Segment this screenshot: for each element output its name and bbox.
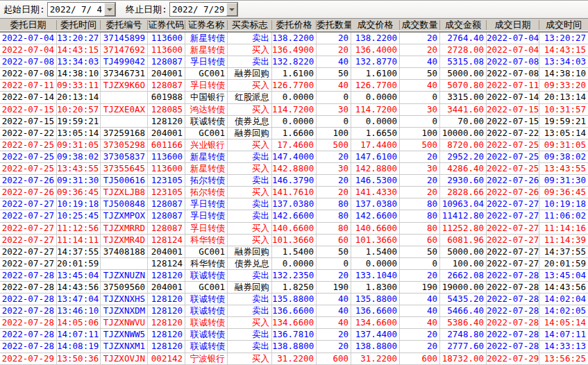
cell-security-name: 中国银行 [185,92,228,103]
cell-order-time: 09:36:45 [57,187,101,198]
table-row[interactable]: 2022-07-1109:33:11TJZX9K6O128087孚日转债买入12… [0,80,588,92]
table-row[interactable]: 2022-07-2913:50:36TJZXOVJN002142宁波银行买入31… [0,353,588,365]
start-date-field[interactable]: 2022/ 7/ 4 [47,2,116,17]
table-row[interactable]: 2022-07-1519:59:21128120联诚转债债券兑息0.000000… [0,116,588,128]
cell-security-code: 601988 [148,92,185,103]
cell-side-flag: 卖出 [228,305,272,316]
table-row[interactable]: 2022-07-2814:07:11TJZXNWW5128120联诚转债卖出13… [0,329,588,341]
end-date-field[interactable]: 2022/ 7/29 [169,2,238,17]
table-row[interactable]: 2022-07-2720:01:59128124科华转债债券兑息0.000000… [0,258,588,270]
column-header-order-date[interactable]: 委托日期 [0,20,57,30]
column-header-order-no[interactable]: 委托编号 [101,20,148,30]
cell-fill-price: 141.4330 [351,187,400,198]
cell-order-no: TJZXE0AX [101,104,148,115]
end-date-dropdown-button[interactable] [226,3,237,16]
cell-side-flag: 卖出 [228,56,272,67]
cell-fill-amount: 4286.40 [440,163,487,174]
cell-order-no [101,258,148,269]
cell-order-no: TJZXNXDM [101,305,148,316]
table-row[interactable]: 2022-07-2213:05:1437259168204001GC001融券回… [0,128,588,139]
end-date-value[interactable]: 2022/ 7/29 [170,3,226,16]
cell-order-date: 2022-07-27 [0,223,57,234]
column-header-order-qty[interactable]: 委托数量 [317,20,351,30]
table-row[interactable]: 2022-07-2710:25:45TJZXMPOX128087孚日转债卖出14… [0,210,588,222]
column-header-fill-qty[interactable]: 成交数量 [400,20,440,30]
cell-fill-time: 14:07:11 [539,329,588,340]
cell-side-flag: 债券兑息 [228,116,272,127]
cell-order-price: 0.0000 [272,92,317,103]
table-row[interactable]: 2022-07-2513:43:5537355645113600新星转债买入14… [0,163,588,175]
cell-side-flag: 卖出 [228,294,272,305]
cell-security-code: 128087 [148,198,185,210]
cell-order-qty: 40 [317,317,351,328]
cell-fill-time: 13:56:25 [539,353,588,364]
column-header-fill-amount[interactable]: 成交金额 [440,20,487,30]
table-row[interactable]: 2022-07-1510:20:57TJZXE0AX128085鸿达转债买入11… [0,104,588,116]
cell-order-date: 2022-07-11 [0,80,57,91]
column-header-fill-price[interactable]: 成交价格 [351,20,400,30]
column-header-security-name[interactable]: 证券名称 [185,20,228,30]
cell-order-time: 09:31:05 [57,139,101,151]
cell-side-flag: 卖出 [228,151,272,162]
table-row[interactable]: 2022-07-2814:08:19TJZXNXM1128120联诚转债卖出13… [0,341,588,353]
start-date-value[interactable]: 2022/ 7/ 4 [48,3,104,16]
table-row[interactable]: 2022-07-2509:38:0237305837113600新星转债卖出14… [0,151,588,163]
cell-fill-qty: 20 [400,44,440,56]
cell-fill-qty: 20 [400,187,440,198]
cell-security-name: 联诚转债 [185,116,228,127]
cell-fill-amount: 2662.08 [440,270,487,281]
cell-order-date: 2022-07-04 [0,33,57,44]
table-row[interactable]: 2022-07-2813:47:04TJZXNXHS128120联诚转债卖出13… [0,294,588,305]
table-row[interactable]: 2022-07-2714:37:5537408188204001GC001融券回… [0,246,588,258]
cell-security-code: 128120 [148,329,185,340]
cell-security-code: 113600 [148,33,185,44]
cell-fill-date: 2022-07-29 [487,353,539,364]
cell-fill-date: 2022-07-14 [487,92,539,103]
cell-order-qty: 30 [317,104,351,115]
cell-fill-qty: 30 [400,104,440,115]
column-header-fill-date[interactable]: 成交日期 [487,20,539,30]
table-row[interactable]: 2022-07-1420:13:14601988中国银行红股派息0.000000… [0,92,588,103]
cell-fill-qty: 30 [400,163,440,174]
column-header-fill-time[interactable]: 成交时间 [539,20,588,30]
table-row[interactable]: 2022-07-0814:38:1037346731204001GC001融券回… [0,68,588,80]
cell-fill-amount: 8720.00 [440,139,487,151]
cell-order-price: 141.7610 [272,187,317,198]
table-row[interactable]: 2022-07-2711:14:11TJZXMR4D128124科华转债买入10… [0,235,588,246]
cell-order-qty: 40 [317,80,351,91]
cell-order-no: TJZXNUZN [101,270,148,281]
table-row[interactable]: 2022-07-2813:45:04TJZXNUZN128120联诚转债卖出13… [0,270,588,282]
cell-fill-date: 2022-07-28 [487,294,539,305]
column-header-side-flag[interactable]: 买卖标志 [228,20,272,30]
cell-order-qty: 80 [317,223,351,234]
cell-order-date: 2022-07-25 [0,139,57,151]
cell-security-code: 128087 [148,80,185,91]
cell-fill-time: 14:02:04 [539,294,588,305]
cell-security-code: 128087 [148,210,185,221]
cell-order-time: 13:47:04 [57,294,101,305]
cell-side-flag: 卖出 [228,341,272,352]
table-row[interactable]: 2022-07-0813:34:03TJ499042128087孚日转债卖出13… [0,56,588,68]
column-header-security-code[interactable]: 证券代码 [148,20,185,30]
cell-security-name: 孚日转债 [185,198,228,210]
table-row[interactable]: 2022-07-2711:12:56TJZXMRRD128087孚日转债买入14… [0,223,588,235]
table-row[interactable]: 2022-07-2814:05:06TJZXNWVU128120联诚转债买入13… [0,317,588,329]
table-row[interactable]: 2022-07-2609:36:45TJZXLJB8123105拓尔转债买入14… [0,187,588,198]
column-header-order-price[interactable]: 委托价格 [272,20,317,30]
table-row[interactable]: 2022-07-2813:46:10TJZXNXDM128120联诚转债卖出13… [0,305,588,317]
table-row[interactable]: 2022-07-0414:43:1537147692113600新星转债买入13… [0,44,588,56]
table-row[interactable]: 2022-07-0413:20:2737145899113600新星转债卖出13… [0,33,588,44]
table-row[interactable]: 2022-07-2609:31:30TJ500616123105拓尔转债卖出14… [0,175,588,187]
cell-order-no: 37305837 [101,151,148,162]
table-row[interactable]: 2022-07-2509:31:0537305298601166兴业银行买入17… [0,139,588,151]
start-date-dropdown-button[interactable] [104,3,115,16]
cell-order-no: TJ499042 [101,56,148,67]
cell-security-name: 孚日转债 [185,56,228,67]
cell-order-no: TJ500848 [101,198,148,210]
table-row[interactable]: 2022-07-2710:19:18TJ500848128087孚日转债卖出13… [0,198,588,210]
cell-order-date: 2022-07-27 [0,210,57,221]
column-header-order-time[interactable]: 委托时间 [57,20,101,30]
table-row[interactable]: 2022-07-2814:43:5637509560204001GC001融券回… [0,282,588,294]
cell-fill-date: 2022-07-26 [487,175,539,186]
cell-side-flag: 融券回购 [228,282,272,293]
